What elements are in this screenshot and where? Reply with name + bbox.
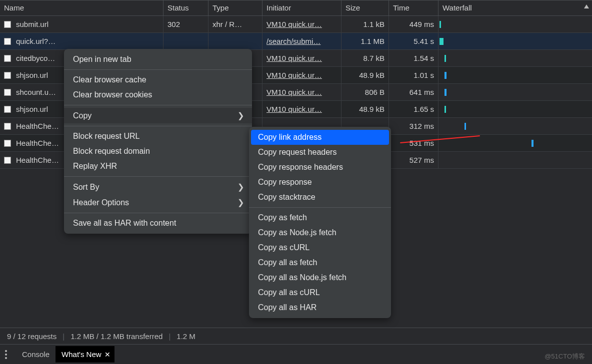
row-checkbox[interactable] [4, 140, 11, 147]
cell-time: 1.54 s [389, 50, 438, 66]
menu-item[interactable]: Save all as HAR with content [64, 216, 252, 231]
menu-item[interactable]: Copy all as HAR [249, 300, 391, 315]
status-requests: 9 / 12 requests [7, 332, 56, 341]
request-name: shjson.url [16, 105, 48, 113]
waterfall-bar [444, 72, 446, 79]
menu-item-label: Copy stacktrace [258, 193, 316, 202]
initiator-link[interactable]: VM10 quick.ur… [266, 54, 322, 62]
column-header-waterfall[interactable]: Waterfall [438, 0, 592, 15]
menu-item[interactable]: Copy all as cURL [249, 285, 391, 300]
menu-item[interactable]: Block request URL [64, 129, 252, 144]
row-checkbox[interactable] [4, 21, 11, 28]
column-header-name[interactable]: Name [0, 0, 164, 15]
column-header-initiator[interactable]: Initiator [262, 0, 342, 15]
initiator-link[interactable]: VM10 quick.ur… [266, 71, 322, 79]
cell-status: 302 [164, 16, 208, 32]
menu-item-label: Copy all as Node.js fetch [258, 273, 346, 282]
cell-size: 1.1 kB [342, 16, 389, 32]
row-checkbox[interactable] [4, 123, 11, 130]
cell-size: 8.7 kB [342, 50, 389, 66]
close-icon[interactable]: ✕ [104, 351, 110, 359]
cell-initiator[interactable]: VM10 quick.ur… [262, 16, 342, 32]
menu-item[interactable]: Copy stacktrace [249, 190, 391, 205]
cell-name[interactable]: submit.url [0, 16, 164, 32]
cell-initiator[interactable]: VM10 quick.ur… [262, 84, 342, 100]
cell-initiator[interactable]: VM10 quick.ur… [262, 67, 342, 83]
cell-time: 527 ms [389, 152, 438, 168]
menu-item-label: Header Options [73, 198, 129, 207]
table-row[interactable]: submit.url302xhr / R…VM10 quick.ur…1.1 k… [0, 16, 592, 33]
initiator-link[interactable]: VM10 quick.ur… [266, 88, 322, 96]
watermark-text: @51CTO博客 [544, 352, 585, 361]
menu-item-label: Copy as cURL [258, 243, 310, 252]
menu-item[interactable]: Header Options❯ [64, 195, 252, 210]
initiator-link[interactable]: VM10 quick.ur… [266, 20, 322, 28]
kebab-menu-icon[interactable] [5, 350, 7, 359]
cell-initiator[interactable]: VM10 quick.ur… [262, 50, 342, 66]
menu-item[interactable]: Clear browser cache [64, 72, 252, 87]
menu-item[interactable]: Copy all as fetch [249, 255, 391, 270]
menu-separator [64, 69, 252, 70]
cell-waterfall [438, 50, 592, 66]
menu-separator [64, 105, 252, 105]
row-checkbox[interactable] [4, 72, 11, 79]
menu-item[interactable]: Copy response [249, 175, 391, 190]
cell-time: 1.01 s [389, 67, 438, 83]
request-name: HealthChe… [16, 156, 59, 164]
tab-console[interactable]: Console [16, 346, 56, 363]
column-header-type[interactable]: Type [208, 0, 262, 15]
menu-item[interactable]: Copy as fetch [249, 210, 391, 225]
initiator-link[interactable]: /search/submi… [266, 37, 320, 45]
table-row[interactable]: quick.url?…/search/submi…1.1 MB5.41 s [0, 33, 592, 50]
request-name: submit.url [16, 20, 48, 28]
menu-item[interactable]: Open in new tab [64, 52, 252, 67]
tab-whats-new[interactable]: What's New✕ [56, 346, 114, 363]
network-status-bar: 9 / 12 requests | 1.2 MB / 1.2 MB transf… [0, 328, 592, 345]
status-separator: | [168, 332, 170, 341]
menu-item[interactable]: Copy response headers [249, 160, 391, 175]
cell-size: 1.1 MB [342, 33, 389, 49]
cell-type: xhr / R… [208, 16, 262, 32]
request-name: citedbyco… [16, 54, 55, 62]
cell-waterfall [438, 118, 592, 134]
menu-item[interactable]: Copy link address [251, 130, 389, 145]
cell-size: 48.9 kB [342, 101, 389, 117]
row-checkbox[interactable] [4, 38, 11, 45]
cell-size: 48.9 kB [342, 67, 389, 83]
waterfall-bar [440, 38, 444, 45]
cell-size: 806 B [342, 84, 389, 100]
waterfall-bar [444, 55, 446, 62]
menu-item-label: Copy all as fetch [258, 258, 317, 267]
cell-initiator[interactable]: /search/submi… [262, 33, 342, 49]
menu-item[interactable]: Replay XHR [64, 159, 252, 174]
context-menu-copy-submenu[interactable]: Copy link addressCopy request headersCop… [249, 127, 391, 318]
menu-item[interactable]: Copy request headers [249, 145, 391, 160]
cell-type [208, 33, 262, 49]
column-header-status[interactable]: Status [164, 0, 208, 15]
menu-item[interactable]: Copy as cURL [249, 240, 391, 255]
menu-item-label: Block request URL [73, 132, 140, 141]
cell-waterfall [438, 84, 592, 100]
menu-item[interactable]: Clear browser cookies [64, 87, 252, 102]
context-menu-main[interactable]: Open in new tabClear browser cacheClear … [64, 49, 252, 234]
row-checkbox[interactable] [4, 89, 11, 96]
menu-item[interactable]: Sort By❯ [64, 179, 252, 195]
waterfall-bar [440, 21, 441, 28]
row-checkbox[interactable] [4, 157, 11, 164]
cell-name[interactable]: quick.url?… [0, 33, 164, 49]
menu-item[interactable]: Copy as Node.js fetch [249, 225, 391, 240]
drawer-tabs: Console What's New✕ [0, 345, 592, 364]
menu-item[interactable]: Copy all as Node.js fetch [249, 270, 391, 285]
cell-initiator[interactable]: VM10 quick.ur… [262, 101, 342, 117]
menu-item[interactable]: Block request domain [64, 144, 252, 159]
menu-separator [64, 126, 252, 126]
initiator-link[interactable]: VM10 quick.ur… [266, 105, 322, 113]
cell-waterfall [438, 33, 592, 49]
row-checkbox[interactable] [4, 106, 11, 113]
menu-item-label: Open in new tab [73, 55, 132, 64]
column-header-size[interactable]: Size [342, 0, 389, 15]
row-checkbox[interactable] [4, 55, 11, 62]
menu-item-label: Save all as HAR with content [73, 219, 176, 228]
menu-item[interactable]: Copy❯ [64, 108, 252, 123]
column-header-time[interactable]: Time [389, 0, 438, 15]
